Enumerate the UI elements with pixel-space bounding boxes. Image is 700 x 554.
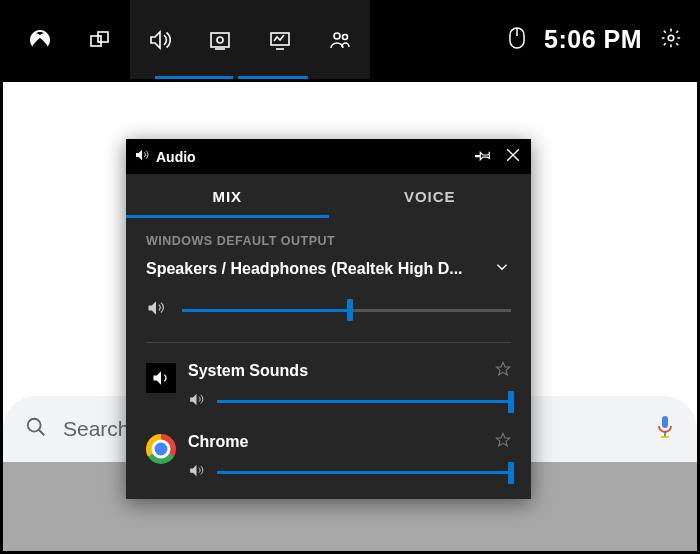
audio-icon[interactable] — [130, 0, 190, 79]
audio-body: WINDOWS DEFAULT OUTPUT Speakers / Headph… — [126, 218, 531, 499]
svg-marker-20 — [496, 433, 509, 446]
svg-point-12 — [28, 419, 41, 432]
tab-voice[interactable]: VOICE — [329, 174, 532, 218]
active-underline — [238, 76, 308, 79]
panel-title: Audio — [156, 149, 196, 165]
chevron-down-icon — [493, 258, 511, 280]
app-name: System Sounds — [188, 362, 308, 380]
social-icon[interactable] — [310, 0, 370, 79]
topbar-icons — [10, 0, 370, 79]
master-volume-slider[interactable] — [182, 309, 511, 312]
topbar-right: 5:06 PM — [508, 25, 690, 54]
app-name: Chrome — [188, 433, 248, 451]
star-icon[interactable] — [495, 432, 511, 452]
mic-icon[interactable] — [655, 414, 675, 444]
speaker-icon — [134, 147, 150, 167]
performance-icon[interactable] — [250, 0, 310, 79]
output-device-dropdown[interactable]: Speakers / Headphones (Realtek High D... — [146, 258, 511, 280]
volume-icon[interactable] — [146, 298, 166, 322]
audio-panel: Audio MIX VOICE WINDOWS DEFAULT OUTPUT S… — [126, 139, 531, 499]
app-volume-row: Chrome — [146, 432, 511, 483]
search-icon — [25, 416, 47, 442]
close-icon[interactable] — [503, 145, 523, 169]
pin-icon[interactable] — [475, 146, 493, 168]
svg-rect-0 — [91, 36, 101, 46]
tab-mix[interactable]: MIX — [126, 174, 329, 218]
svg-point-8 — [343, 34, 348, 39]
audio-panel-header[interactable]: Audio — [126, 139, 531, 174]
widgets-icon[interactable] — [70, 0, 130, 79]
volume-icon[interactable] — [188, 391, 205, 412]
game-bar-topbar: 5:06 PM — [0, 0, 700, 79]
device-name: Speakers / Headphones (Realtek High D... — [146, 260, 463, 278]
svg-rect-1 — [98, 32, 108, 42]
star-icon[interactable] — [495, 361, 511, 381]
system-sounds-icon — [146, 363, 176, 393]
xbox-icon[interactable] — [10, 0, 70, 79]
chrome-icon — [146, 434, 176, 464]
app-volume-slider[interactable] — [217, 400, 511, 403]
audio-tabs: MIX VOICE — [126, 174, 531, 218]
svg-line-13 — [39, 430, 45, 436]
volume-icon[interactable] — [188, 462, 205, 483]
svg-point-3 — [217, 37, 223, 43]
master-volume-row — [146, 298, 511, 322]
app-volume-row: System Sounds — [146, 361, 511, 412]
active-underline — [155, 76, 233, 79]
clock: 5:06 PM — [544, 25, 642, 54]
output-section-label: WINDOWS DEFAULT OUTPUT — [146, 234, 511, 248]
svg-rect-14 — [662, 416, 668, 428]
mouse-icon[interactable] — [508, 26, 526, 54]
svg-point-7 — [334, 33, 340, 39]
app-volume-slider[interactable] — [217, 471, 511, 474]
settings-icon[interactable] — [660, 27, 682, 53]
capture-icon[interactable] — [190, 0, 250, 79]
svg-point-11 — [668, 35, 674, 41]
svg-marker-19 — [496, 362, 509, 375]
svg-rect-2 — [211, 33, 229, 47]
divider — [146, 342, 511, 343]
